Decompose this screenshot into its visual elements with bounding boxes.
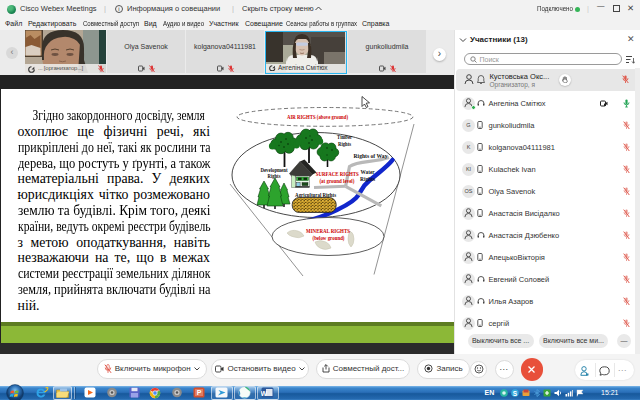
svg-text:Timber: Timber <box>337 134 352 140</box>
svg-text:Rights: Rights <box>268 173 282 179</box>
svg-text:Rights: Rights <box>360 176 376 182</box>
svg-text:S: S <box>513 390 518 397</box>
svg-text:Agricultural Rights: Agricultural Rights <box>295 192 337 198</box>
svg-text:W: W <box>261 390 267 397</box>
svg-text:MINERAL RIGHTS: MINERAL RIGHTS <box>306 228 351 234</box>
svg-text:Rights of Way: Rights of Way <box>354 153 388 159</box>
svg-text:SURFACE RIGHTS: SURFACE RIGHTS <box>316 171 360 177</box>
svg-text:Rights: Rights <box>338 141 352 147</box>
svg-text:(at ground level): (at ground level) <box>319 178 354 185</box>
svg-text:AIR RIGHTS (above ground): AIR RIGHTS (above ground) <box>287 114 348 121</box>
svg-text:(below ground): (below ground) <box>313 235 345 242</box>
svg-text:P: P <box>197 389 202 396</box>
svg-text:Water: Water <box>361 169 375 175</box>
svg-text:Development: Development <box>261 167 288 173</box>
